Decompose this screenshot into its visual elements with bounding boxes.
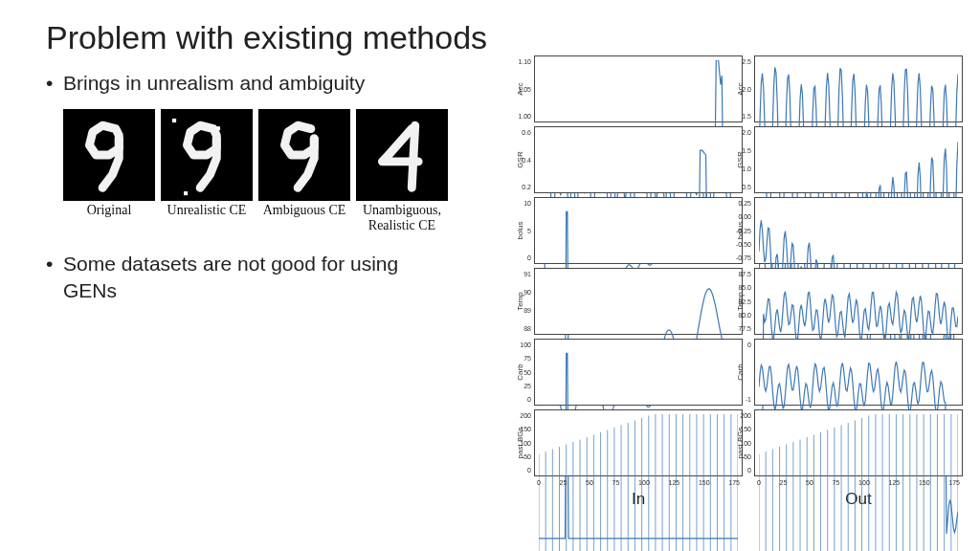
chart-xticks: 0255075100125150175 <box>755 479 962 486</box>
svg-rect-3 <box>216 126 220 130</box>
digit-example: Ambiguous CE <box>258 109 350 233</box>
digit-caption: Unrealistic CE <box>167 203 247 218</box>
svg-rect-2 <box>172 119 176 122</box>
svg-rect-6 <box>356 109 448 201</box>
chart-panel: past BGs2001501005000255075100125150175 <box>754 409 963 476</box>
chart-panel: Carb1007550250 <box>534 339 743 406</box>
chart-yticks: 0-1 <box>730 340 751 405</box>
digit-image <box>161 109 253 201</box>
digit-image <box>258 109 350 201</box>
chart-panel: Carb0-1 <box>754 339 963 406</box>
chart-panel: past BGs2001501005000255075100125150175 <box>534 409 743 476</box>
chart-column-out: Acc2.52.01.5GSR2.01.51.00.5bolus0.250.00… <box>754 55 963 509</box>
digit-example: Unrealistic CE <box>161 109 253 233</box>
chart-yticks: 200150100500 <box>510 410 531 475</box>
timeseries-charts: Acc1.101.051.00GSR0.60.40.2bolus1050Temp… <box>534 55 963 509</box>
chart-panel: Acc1.101.051.00 <box>534 55 743 122</box>
digit-image <box>63 109 155 201</box>
digit-example: Unambiguous, Realistic CE <box>356 109 448 233</box>
chart-yticks: 1007550250 <box>510 340 531 405</box>
chart-yticks: 1.101.051.00 <box>510 56 531 121</box>
chart-panel: bolus0.250.00-0.25-0.50-0.75 <box>754 197 963 264</box>
chart-panel: Temp91908988 <box>534 268 743 335</box>
chart-yticks: 1050 <box>510 198 531 263</box>
chart-panel: Temp87.585.082.580.077.5 <box>754 268 963 335</box>
chart-yticks: 0.250.00-0.25-0.50-0.75 <box>730 198 751 263</box>
chart-yticks: 0.60.40.2 <box>510 127 531 192</box>
digit-image <box>356 109 448 201</box>
chart-panel: Acc2.52.01.5 <box>754 55 963 122</box>
digit-caption: Unambiguous, Realistic CE <box>356 203 448 233</box>
chart-panel: bolus1050 <box>534 197 743 264</box>
chart-yticks: 91908988 <box>510 269 531 334</box>
page-title: Problem with existing methods <box>46 19 942 56</box>
chart-xticks: 0255075100125150175 <box>535 479 742 486</box>
chart-yticks: 87.585.082.580.077.5 <box>730 269 751 334</box>
chart-column-in: Acc1.101.051.00GSR0.60.40.2bolus1050Temp… <box>534 55 743 509</box>
chart-panel: GSR0.60.40.2 <box>534 126 743 193</box>
bullet-item: Some datasets are not good for using GEN… <box>46 251 448 303</box>
digit-caption: Original <box>87 203 132 218</box>
chart-panel: GSR2.01.51.00.5 <box>754 126 963 193</box>
digit-example: Original <box>63 109 155 233</box>
chart-yticks: 2.01.51.00.5 <box>730 127 751 192</box>
chart-yticks: 200150100500 <box>730 410 751 475</box>
chart-yticks: 2.52.01.5 <box>730 56 751 121</box>
svg-rect-4 <box>184 191 188 195</box>
digit-caption: Ambiguous CE <box>263 203 346 218</box>
